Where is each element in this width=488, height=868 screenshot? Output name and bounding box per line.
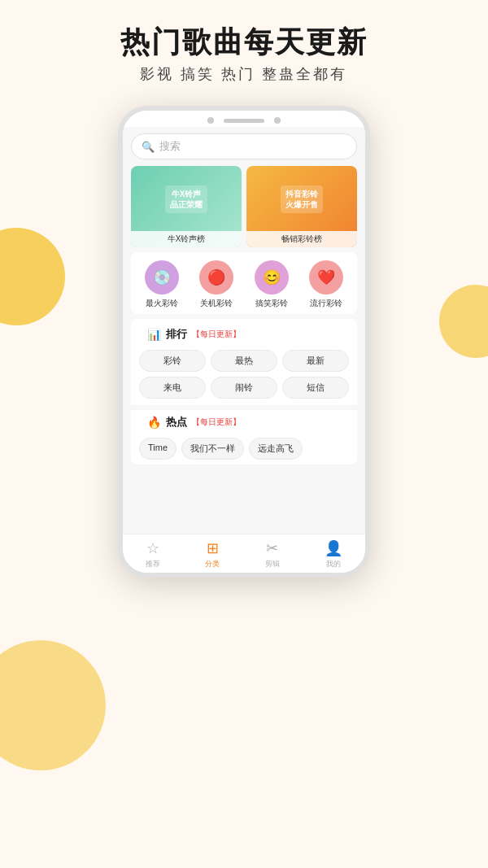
hot-section-header: 🔥 热点 【每日更新】 bbox=[139, 410, 349, 433]
tag-4[interactable]: 闹铃 bbox=[211, 377, 277, 399]
nav-item-category[interactable]: ⊞ 分类 bbox=[205, 539, 220, 543]
hot-tag-2[interactable]: 远走高飞 bbox=[249, 438, 303, 460]
ranking-update: 【每日更新】 bbox=[192, 329, 241, 340]
phone-top-bar bbox=[123, 111, 365, 127]
tag-3[interactable]: 来电 bbox=[139, 377, 206, 399]
phone-camera-2 bbox=[274, 117, 281, 124]
ranking-title: 排行 bbox=[166, 327, 187, 342]
nav-item-mine[interactable]: 👤 我的 bbox=[325, 539, 342, 543]
hot-tag-1[interactable]: 我们不一样 bbox=[181, 438, 244, 460]
header-title: 热门歌曲每天更新 bbox=[0, 24, 488, 59]
phone-frame: 🔍 搜索 牛X铃声品正荣耀 牛X铃声榜 抖音彩铃火爆开售 畅销彩铃榜 💿 bbox=[118, 106, 370, 578]
nav-icon-edit: ✂ bbox=[266, 539, 278, 543]
hot-icon: 🔥 bbox=[147, 416, 161, 429]
ranking-tag-grid: 彩铃 最热 最新 来电 闹铃 短信 bbox=[131, 345, 357, 405]
hot-tags: Time 我们不一样 远走高飞 bbox=[131, 433, 357, 465]
banner-left[interactable]: 牛X铃声品正荣耀 牛X铃声榜 bbox=[131, 166, 242, 247]
banner-left-deco: 牛X铃声品正荣耀 bbox=[131, 166, 242, 233]
cat-label-2: 搞笑彩铃 bbox=[255, 298, 288, 309]
hot-title: 热点 bbox=[166, 415, 187, 430]
header-subtitle: 影视 搞笑 热门 整蛊全都有 bbox=[0, 64, 488, 84]
banner-right[interactable]: 抖音彩铃火爆开售 畅销彩铃榜 bbox=[246, 166, 357, 247]
ranking-icon: 📊 bbox=[147, 328, 161, 341]
header-area: 热门歌曲每天更新 影视 搞笑 热门 整蛊全都有 bbox=[0, 24, 488, 84]
nav-icon-recommend: ☆ bbox=[146, 539, 159, 543]
cat-item-2[interactable]: 😊 搞笑彩铃 bbox=[255, 260, 289, 309]
hot-tag-0[interactable]: Time bbox=[139, 438, 176, 460]
cat-icon-1: 🔴 bbox=[199, 260, 233, 294]
cat-item-0[interactable]: 💿 最火彩铃 bbox=[145, 260, 179, 309]
bottom-nav: ☆ 推荐 ⊞ 分类 ✂ 剪辑 👤 我的 bbox=[123, 534, 365, 543]
tag-0[interactable]: 彩铃 bbox=[139, 350, 206, 372]
phone-speaker bbox=[224, 119, 264, 123]
tag-2[interactable]: 最新 bbox=[282, 350, 349, 372]
cat-icon-0: 💿 bbox=[145, 260, 179, 294]
hot-update: 【每日更新】 bbox=[192, 417, 241, 428]
phone-camera bbox=[207, 117, 214, 124]
cat-label-3: 流行彩铃 bbox=[310, 298, 342, 309]
cat-label-1: 关机彩铃 bbox=[200, 298, 233, 309]
ranking-section-header: 📊 排行 【每日更新】 bbox=[139, 322, 349, 345]
search-bar[interactable]: 🔍 搜索 bbox=[131, 133, 357, 159]
banner-area: 牛X铃声品正荣耀 牛X铃声榜 抖音彩铃火爆开售 畅销彩铃榜 bbox=[131, 166, 357, 247]
phone-content: 🔍 搜索 牛X铃声品正荣耀 牛X铃声榜 抖音彩铃火爆开售 畅销彩铃榜 💿 bbox=[123, 127, 365, 543]
cat-label-0: 最火彩铃 bbox=[146, 298, 178, 309]
hot-section: 🔥 热点 【每日更新】 Time 我们不一样 远走高飞 bbox=[131, 410, 357, 465]
nav-icon-category: ⊞ bbox=[207, 539, 219, 543]
banner-right-deco: 抖音彩铃火爆开售 bbox=[246, 166, 357, 233]
category-row: 💿 最火彩铃 🔴 关机彩铃 😊 搞笑彩铃 ❤️ 流行彩铃 bbox=[131, 252, 357, 314]
cat-icon-3: ❤️ bbox=[309, 260, 343, 294]
tag-1[interactable]: 最热 bbox=[211, 350, 277, 372]
cat-item-3[interactable]: ❤️ 流行彩铃 bbox=[309, 260, 343, 309]
tag-5[interactable]: 短信 bbox=[282, 377, 349, 399]
banner-left-label: 牛X铃声榜 bbox=[131, 231, 242, 247]
banner-right-label: 畅销彩铃榜 bbox=[246, 231, 357, 247]
nav-item-edit[interactable]: ✂ 剪辑 bbox=[265, 539, 280, 543]
search-placeholder: 搜索 bbox=[159, 139, 181, 154]
nav-icon-mine: 👤 bbox=[325, 539, 342, 543]
search-icon: 🔍 bbox=[142, 141, 155, 153]
nav-item-recommend[interactable]: ☆ 推荐 bbox=[146, 539, 160, 543]
cat-icon-2: 😊 bbox=[255, 260, 289, 294]
cat-item-1[interactable]: 🔴 关机彩铃 bbox=[199, 260, 233, 309]
